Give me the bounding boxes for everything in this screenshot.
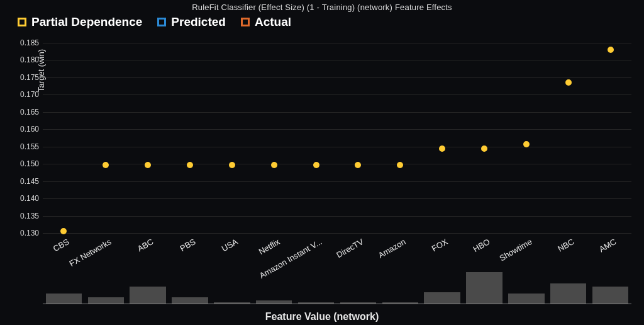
y-tick-label: 0.145 — [18, 177, 39, 186]
histogram-bar[interactable] — [172, 297, 208, 304]
data-point[interactable] — [608, 47, 614, 53]
data-point[interactable] — [229, 162, 235, 168]
gridline — [43, 181, 631, 182]
gridline — [43, 147, 631, 147]
gridline — [43, 216, 631, 217]
x-tick-label: AMC — [597, 237, 618, 254]
x-tick-label: USA — [220, 237, 240, 253]
gridline — [43, 43, 631, 43]
legend-label: Predicted — [171, 15, 226, 29]
histogram-bar[interactable] — [298, 302, 334, 304]
square-icon — [241, 18, 250, 26]
data-point[interactable] — [103, 162, 109, 168]
gridline — [43, 164, 631, 164]
x-tick-label: Amazon — [377, 237, 408, 260]
data-point[interactable] — [313, 162, 319, 168]
histogram-bar[interactable] — [466, 272, 502, 304]
data-point[interactable] — [187, 162, 193, 168]
x-tick-label: ABC — [136, 237, 155, 253]
gridline — [43, 198, 631, 199]
legend-label: Actual — [255, 15, 291, 29]
scatter-plot: 0.1300.1350.1400.1450.1500.1550.1600.165… — [43, 43, 631, 234]
legend-item-partial[interactable]: Partial Dependence — [18, 15, 142, 29]
legend: Partial Dependence Predicted Actual — [18, 15, 291, 29]
data-point[interactable] — [481, 145, 487, 152]
y-tick-label: 0.175 — [18, 73, 39, 82]
histogram-bar[interactable] — [592, 287, 628, 304]
x-tick-label: CBS — [52, 237, 71, 253]
gridline — [43, 77, 631, 78]
x-tick-label: NBC — [556, 237, 575, 254]
data-point[interactable] — [271, 162, 277, 168]
x-tick-label: Netflix — [257, 237, 281, 256]
histogram-bar[interactable] — [550, 283, 586, 304]
x-tick-label: FOX — [430, 237, 450, 253]
histogram-bar[interactable] — [340, 302, 376, 304]
histogram-bar[interactable] — [508, 294, 544, 304]
data-point[interactable] — [355, 162, 361, 168]
data-point[interactable] — [565, 79, 572, 86]
x-tick-label: FX Networks — [68, 237, 113, 268]
y-tick-label: 0.160 — [18, 125, 39, 134]
y-tick-label: 0.130 — [18, 229, 39, 237]
gridline — [43, 112, 631, 113]
histogram-bar[interactable] — [424, 292, 460, 304]
y-tick-label: 0.185 — [18, 38, 39, 47]
x-tick-label: Showtime — [497, 237, 533, 263]
histogram-bar[interactable] — [88, 297, 124, 304]
square-icon — [18, 18, 26, 26]
y-tick-label: 0.140 — [18, 194, 39, 203]
data-point[interactable] — [397, 162, 403, 168]
y-tick-label: 0.165 — [18, 108, 39, 117]
gridline — [43, 233, 631, 234]
legend-item-predicted[interactable]: Predicted — [157, 15, 226, 29]
y-tick-label: 0.170 — [18, 90, 39, 99]
histogram-bar[interactable] — [130, 287, 165, 304]
y-tick-label: 0.155 — [18, 142, 39, 151]
y-tick-label: 0.180 — [18, 55, 39, 64]
gridline — [43, 94, 631, 95]
x-tick-label: HBO — [472, 237, 492, 254]
data-point[interactable] — [439, 145, 445, 152]
x-axis-label: Feature Value (network) — [0, 311, 644, 322]
legend-label: Partial Dependence — [31, 15, 142, 29]
square-icon — [157, 18, 166, 26]
gridline — [43, 60, 631, 60]
chart-title: RuleFit Classifier (Effect Size) (1 - Tr… — [0, 3, 644, 12]
legend-item-actual[interactable]: Actual — [241, 15, 291, 29]
histogram-bar[interactable] — [382, 302, 418, 304]
y-tick-label: 0.150 — [18, 159, 39, 168]
data-point[interactable] — [523, 141, 530, 147]
histogram-bar[interactable] — [256, 300, 292, 304]
y-tick-label: 0.135 — [18, 212, 39, 220]
x-tick-label: DirecTV — [335, 237, 365, 259]
distribution-histogram — [43, 270, 631, 304]
histogram-bar[interactable] — [214, 302, 250, 304]
histogram-bar[interactable] — [46, 294, 82, 304]
x-tick-label: PBS — [178, 237, 197, 253]
data-point[interactable] — [145, 162, 151, 168]
gridline — [43, 129, 631, 130]
